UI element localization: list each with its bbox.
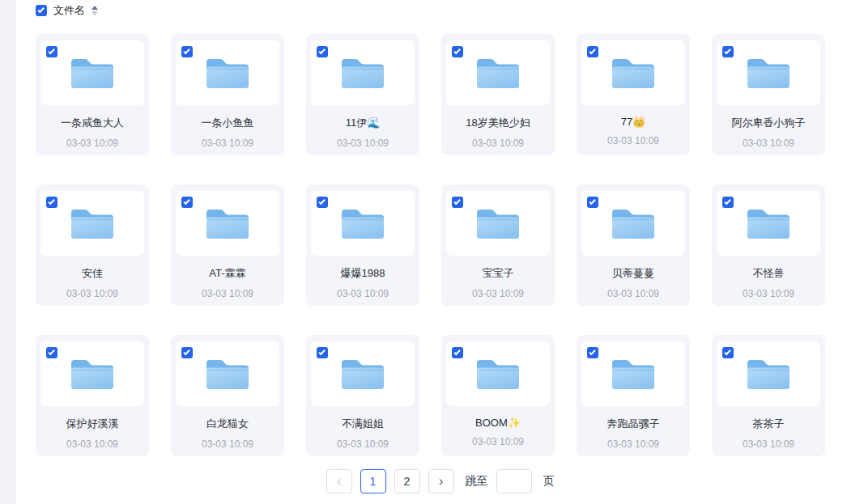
folder-checkbox[interactable] xyxy=(587,46,598,57)
folder-name[interactable]: BOOM✨ xyxy=(441,417,555,429)
folder-name[interactable]: 茶茶子 xyxy=(712,417,825,431)
folder-checkbox[interactable] xyxy=(452,46,463,57)
jump-page-input[interactable] xyxy=(496,469,532,493)
folder-card[interactable]: AT-霖霖 03-03 10:09 xyxy=(171,184,284,306)
folder-checkbox[interactable] xyxy=(46,197,57,208)
folder-thumbnail xyxy=(176,341,279,406)
folder-checkbox[interactable] xyxy=(317,197,328,208)
folder-checkbox[interactable] xyxy=(452,347,463,358)
folder-thumbnail xyxy=(581,341,685,406)
folder-card[interactable]: 一条咸鱼大人 03-03 10:09 xyxy=(36,34,149,155)
folder-checkbox[interactable] xyxy=(722,347,734,358)
folder-icon xyxy=(475,355,521,392)
page-unit-label: 页 xyxy=(543,474,555,489)
folder-thumbnail xyxy=(311,341,415,406)
folder-icon xyxy=(69,205,116,242)
folder-date: 03-03 10:09 xyxy=(441,436,555,447)
sort-carets-icon[interactable] xyxy=(92,6,98,15)
folder-name[interactable]: 11伊🌊 xyxy=(306,116,419,130)
folder-checkbox[interactable] xyxy=(181,46,193,57)
folder-card[interactable]: 安佳 03-03 10:09 xyxy=(36,184,149,306)
folder-name[interactable]: 18岁美艳少妇 xyxy=(441,116,555,130)
check-icon xyxy=(589,48,595,54)
folder-name[interactable]: 77👑 xyxy=(577,116,690,128)
folder-card[interactable]: 奔跑晶骡子 03-03 10:09 xyxy=(577,335,690,456)
folder-name[interactable]: 贝蒂蔓蔓 xyxy=(577,266,690,281)
page-button-2[interactable]: 2 xyxy=(394,469,420,493)
folder-checkbox[interactable] xyxy=(46,347,57,358)
folder-checkbox[interactable] xyxy=(317,347,328,358)
folder-date: 03-03 10:09 xyxy=(36,438,149,450)
folder-name[interactable]: 保护好溪溪 xyxy=(36,417,149,431)
folder-card[interactable]: 爆爆1988 03-03 10:09 xyxy=(306,184,419,306)
folder-icon xyxy=(339,54,386,91)
folder-card[interactable]: BOOM✨ 03-03 10:09 xyxy=(441,335,555,456)
folder-thumbnail xyxy=(311,40,415,105)
folder-icon xyxy=(204,54,251,91)
folder-checkbox[interactable] xyxy=(587,347,598,358)
check-icon xyxy=(589,198,595,205)
check-icon xyxy=(37,6,44,13)
folder-name[interactable]: 爆爆1988 xyxy=(306,266,419,281)
caret-down-icon xyxy=(92,11,98,15)
folder-card[interactable]: 宝宝子 03-03 10:09 xyxy=(441,184,555,306)
folder-name[interactable]: 宝宝子 xyxy=(441,266,555,281)
folder-date: 03-03 10:09 xyxy=(171,288,284,299)
folder-name[interactable]: 奔跑晶骡子 xyxy=(577,417,690,431)
folder-thumbnail xyxy=(311,191,415,256)
check-icon xyxy=(724,349,730,355)
folder-checkbox[interactable] xyxy=(181,347,193,358)
folder-card[interactable]: 不怪兽 03-03 10:09 xyxy=(712,184,825,306)
folder-card[interactable]: 一条小鱼鱼 03-03 10:09 xyxy=(171,34,284,155)
folder-thumbnail xyxy=(176,191,279,256)
folder-checkbox[interactable] xyxy=(722,197,734,208)
folder-card[interactable]: 保护好溪溪 03-03 10:09 xyxy=(36,335,149,456)
filename-sort-label[interactable]: 文件名 xyxy=(53,3,85,18)
folder-thumbnail xyxy=(581,191,685,256)
folder-name[interactable]: AT-霖霖 xyxy=(171,266,284,281)
folder-date: 03-03 10:09 xyxy=(577,288,690,299)
folder-name[interactable]: 不满姐姐 xyxy=(306,417,419,431)
folder-thumbnail xyxy=(446,341,550,406)
page-button-1[interactable]: 1 xyxy=(360,469,386,493)
folder-card[interactable]: 阿尔卑香小狗子 03-03 10:09 xyxy=(712,34,825,155)
list-header: 文件名 xyxy=(36,2,98,19)
folder-name[interactable]: 一条咸鱼大人 xyxy=(36,116,149,130)
folder-icon xyxy=(610,205,657,242)
folder-card[interactable]: 11伊🌊 03-03 10:09 xyxy=(306,34,419,155)
select-all-checkbox[interactable] xyxy=(36,5,47,16)
folder-card[interactable]: 茶茶子 03-03 10:09 xyxy=(712,335,825,456)
folder-checkbox[interactable] xyxy=(587,197,598,208)
folder-card[interactable]: 白龙猫女 03-03 10:09 xyxy=(171,335,284,456)
folder-name[interactable]: 不怪兽 xyxy=(712,266,825,281)
folder-thumbnail xyxy=(717,40,820,105)
check-icon xyxy=(318,48,325,54)
folder-card[interactable]: 77👑 03-03 10:09 xyxy=(577,34,690,155)
folder-date: 03-03 10:09 xyxy=(577,135,690,146)
folder-checkbox[interactable] xyxy=(722,46,734,57)
folder-thumbnail xyxy=(717,341,820,406)
check-icon xyxy=(724,48,730,54)
check-icon xyxy=(318,349,325,355)
next-page-button[interactable]: › xyxy=(428,469,454,493)
folder-checkbox[interactable] xyxy=(46,46,57,57)
check-icon xyxy=(453,198,460,205)
folder-name[interactable]: 阿尔卑香小狗子 xyxy=(712,116,825,130)
folder-checkbox[interactable] xyxy=(452,197,463,208)
folder-name[interactable]: 一条小鱼鱼 xyxy=(171,116,284,130)
folder-checkbox[interactable] xyxy=(317,46,328,57)
folder-date: 03-03 10:09 xyxy=(36,138,149,149)
folder-icon xyxy=(69,355,116,392)
check-icon xyxy=(318,198,325,205)
folder-name[interactable]: 白龙猫女 xyxy=(171,417,284,431)
folder-card[interactable]: 18岁美艳少妇 03-03 10:09 xyxy=(441,34,555,155)
folder-icon xyxy=(204,355,251,392)
prev-page-button[interactable]: ‹ xyxy=(326,469,352,493)
folder-card[interactable]: 贝蒂蔓蔓 03-03 10:09 xyxy=(577,184,690,306)
folder-checkbox[interactable] xyxy=(181,197,193,208)
folder-name[interactable]: 安佳 xyxy=(36,266,149,281)
check-icon xyxy=(453,48,460,54)
folder-card[interactable]: 不满姐姐 03-03 10:09 xyxy=(306,335,419,456)
folder-icon xyxy=(339,355,386,392)
folder-date: 03-03 10:09 xyxy=(712,438,825,450)
